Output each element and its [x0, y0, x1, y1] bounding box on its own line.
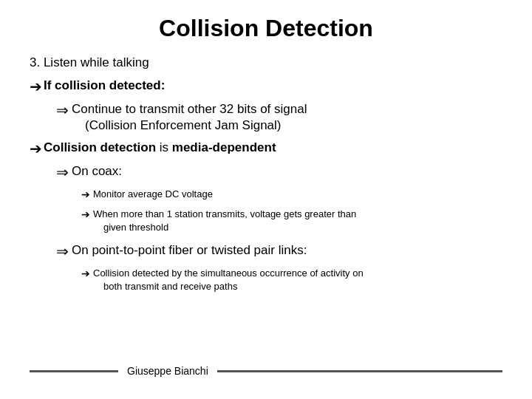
bullet-if-collision-bold: If collision detected: [44, 78, 165, 92]
bullet-collision-detection-text: Collision detection is media-dependent [44, 140, 276, 156]
collision-detection-media-dep: media-dependent [172, 140, 276, 154]
arrow-icon-subsub-2: ➔ [81, 208, 90, 222]
arrow-icon-subsub-1: ➔ [81, 188, 90, 202]
footer-line-left [30, 370, 118, 372]
sub-bullet-coax-text: On coax: [72, 163, 122, 180]
sub-sub-bullet-monitor: ➔ Monitor average DC voltage [81, 188, 502, 202]
sub-bullet-continue-text: Continue to transmit other 32 bits of si… [72, 101, 307, 134]
arrow-icon-sub-2: ⇒ [56, 163, 69, 182]
arrow-icon-1: ➔ [30, 78, 42, 95]
sub-sub-when-text: When more than 1 station transmits, volt… [93, 208, 356, 234]
arrow-icon-subsub-3: ➔ [81, 267, 90, 282]
sub-bullet-fiber-text: On point-to-point fiber or twisted pair … [72, 242, 307, 259]
footer: Giuseppe Bianchi [30, 359, 502, 377]
arrow-icon-sub-3: ⇒ [56, 242, 69, 261]
slide-content: 3. Listen while talking ➔ If collision d… [30, 55, 502, 359]
bullet-if-collision-text: If collision detected: [44, 78, 165, 94]
collision-detection-bold: Collision detection [44, 140, 156, 154]
sub-bullet-coax: ⇒ On coax: [56, 163, 502, 182]
sub-sub-bullet-collision-detected: ➔ Collision detected by the simultaneous… [81, 267, 502, 293]
slide: Collision Detection 3. Listen while talk… [0, 0, 532, 399]
sub-bullet-fiber: ⇒ On point-to-point fiber or twisted pai… [56, 242, 502, 261]
collision-detection-media: is [156, 140, 172, 154]
sub-sub-bullet-when: ➔ When more than 1 station transmits, vo… [81, 208, 502, 234]
arrow-icon-2: ➔ [30, 140, 42, 157]
footer-author: Giuseppe Bianchi [127, 365, 208, 377]
section-3-heading: 3. Listen while talking [30, 55, 502, 70]
footer-line-right [217, 370, 502, 372]
arrow-icon-sub-1: ⇒ [56, 101, 69, 120]
sub-sub-collision-detected-text: Collision detected by the simultaneous o… [93, 267, 364, 293]
slide-title: Collision Detection [30, 15, 502, 42]
bullet-collision-detection: ➔ Collision detection is media-dependent [30, 140, 502, 157]
bullet-if-collision: ➔ If collision detected: [30, 78, 502, 95]
sub-bullet-continue: ⇒ Continue to transmit other 32 bits of … [56, 101, 502, 134]
sub-sub-monitor-text: Monitor average DC voltage [93, 188, 213, 201]
